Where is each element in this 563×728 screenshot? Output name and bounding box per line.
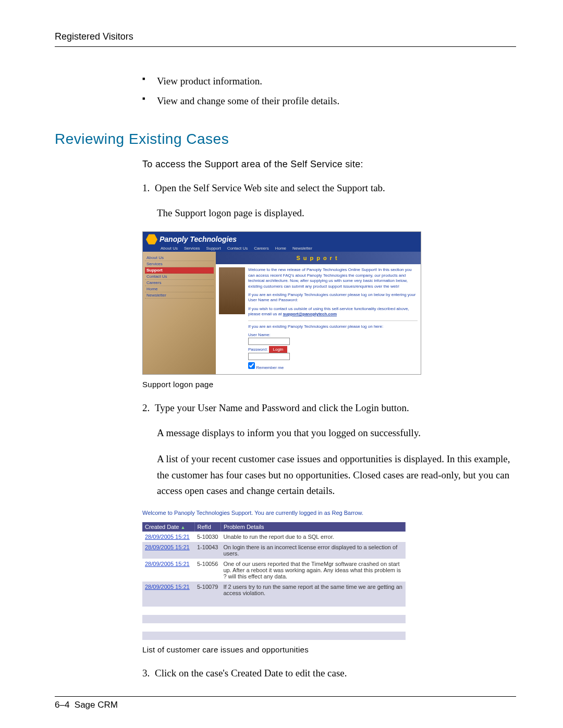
top-nav: About Us Services Support Contact Us Car… — [161, 246, 418, 251]
section-title: Reviewing Existing Cases — [55, 131, 516, 147]
sidebar: About Us Services Support Contact Us Car… — [143, 252, 216, 374]
case-problem: Unable to run the report due to a SQL er… — [221, 532, 405, 542]
step-2-sub1: A message displays to inform you that yo… — [157, 425, 511, 441]
step-2: 2.Type your User Name and Password and c… — [142, 400, 511, 416]
remember-label: Remember me — [256, 365, 284, 370]
col-problem-details[interactable]: Problem Details — [221, 522, 405, 532]
col-created-date[interactable]: Created Date ▲ — [142, 522, 194, 532]
company-name: Panoply Technologies — [160, 235, 237, 243]
nav-item[interactable]: Careers — [254, 246, 268, 251]
sidebar-item[interactable]: Home — [145, 286, 214, 292]
password-label: Password: — [248, 347, 267, 352]
section-content: To access the Support area of the Self S… — [142, 159, 511, 681]
bullet-list: View product information. View and chang… — [142, 73, 511, 110]
caption-1: Support logon page — [142, 380, 511, 389]
step-3: 3.Click on the case's Created Date to ed… — [142, 665, 511, 681]
table-row-empty — [142, 615, 406, 623]
decorative-image — [219, 267, 245, 314]
page-number: 6–4 — [55, 700, 69, 710]
welcome-message: Welcome to Panoply Technologies Support.… — [142, 510, 406, 516]
sidebar-item-support[interactable]: Support — [145, 267, 214, 274]
caption-2: List of customer care issues and opportu… — [142, 645, 511, 654]
step-number: 1. — [142, 180, 155, 196]
support-banner: Support — [216, 252, 421, 264]
sidebar-item[interactable]: About Us — [145, 255, 214, 261]
nav-item[interactable]: Home — [275, 246, 286, 251]
step-text: Type your User Name and Password and cli… — [155, 402, 409, 413]
nav-item[interactable]: Support — [206, 246, 221, 251]
step-1-sub: The Support logon page is displayed. — [157, 205, 511, 221]
password-input[interactable] — [248, 353, 290, 360]
cases-table: Created Date ▲ RefId Problem Details 28/… — [142, 522, 406, 640]
table-row: 28/09/2005 15:21 5-10079 If 2 users try … — [142, 582, 406, 598]
table-header-row: Created Date ▲ RefId Problem Details — [142, 522, 406, 532]
step-text: Open the Self Service Web site and selec… — [155, 182, 385, 193]
table-row-empty — [142, 623, 406, 632]
login-button[interactable]: Login — [269, 346, 288, 353]
login-instruction: If you are an existing Panoply Technolog… — [248, 292, 418, 303]
product-name: Sage CRM — [75, 700, 118, 710]
table-row: 28/09/2005 15:21 5-10030 Unable to run t… — [142, 532, 406, 542]
sidebar-item[interactable]: Newsletter — [145, 292, 214, 299]
step-text: Click on the case's Created Date to edit… — [155, 668, 347, 678]
sidebar-item[interactable]: Services — [145, 261, 214, 267]
intro-text: To access the Support area of the Self S… — [142, 159, 511, 170]
case-refid: 5-10079 — [194, 582, 221, 598]
footer-rule — [55, 696, 516, 697]
nav-item[interactable]: About Us — [161, 246, 178, 251]
case-problem: If 2 users try to run the same report at… — [221, 582, 405, 598]
header-rule — [55, 46, 516, 47]
table-row: 28/09/2005 15:21 1-10043 On login there … — [142, 542, 406, 559]
logo-icon — [146, 234, 157, 244]
login-form: User Name: Password: Login Remember me — [248, 332, 418, 371]
nav-item[interactable]: Services — [184, 246, 200, 251]
main-content: View product information. View and chang… — [142, 73, 511, 110]
case-date-link[interactable]: 28/09/2005 15:21 — [145, 544, 190, 550]
table-row-empty — [142, 632, 406, 640]
case-problem: On login there is an incorrect license e… — [221, 542, 405, 559]
remember-checkbox[interactable] — [248, 362, 255, 369]
sidebar-item[interactable]: Careers — [145, 280, 214, 286]
step-number: 3. — [142, 665, 155, 681]
case-refid: 5-10056 — [194, 559, 221, 582]
bullet-item: View product information. — [142, 73, 511, 90]
case-date-link[interactable]: 28/09/2005 15:21 — [145, 584, 190, 590]
username-input[interactable] — [248, 338, 290, 345]
welcome-paragraph: Welcome to the new release of Panoply Te… — [248, 267, 418, 289]
username-label: User Name: — [248, 332, 271, 337]
page-header: Registered Visitors — [55, 31, 516, 42]
page-footer: 6–4 Sage CRM — [55, 700, 118, 710]
contact-paragraph: If you wish to contact us outside of usi… — [248, 306, 418, 317]
table-row-empty — [142, 607, 406, 615]
shot1-main: Support Welcome to the new release of Pa… — [216, 252, 421, 374]
support-page-screenshot: Panoply Technologies About Us Services S… — [142, 231, 421, 374]
table-row-empty — [142, 598, 406, 607]
step-number: 2. — [142, 400, 155, 416]
case-refid: 5-10030 — [194, 532, 221, 542]
support-text: Welcome to the new release of Panoply Te… — [248, 267, 418, 371]
sort-arrow-icon: ▲ — [181, 525, 186, 530]
table-row: 28/09/2005 15:21 5-10056 One of our user… — [142, 559, 406, 582]
col-refid[interactable]: RefId — [194, 522, 221, 532]
case-date-link[interactable]: 28/09/2005 15:21 — [145, 534, 190, 540]
case-problem: One of our users reported that the TimeM… — [221, 559, 405, 582]
step-2-sub2: A list of your recent customer case issu… — [157, 451, 511, 499]
nav-item[interactable]: Newsletter — [292, 246, 312, 251]
shot1-header: Panoply Technologies About Us Services S… — [143, 232, 421, 252]
cases-table-screenshot: Welcome to Panoply Technologies Support.… — [142, 510, 406, 640]
step-1: 1.Open the Self Service Web site and sel… — [142, 180, 511, 196]
sidebar-item[interactable]: Contact Us — [145, 274, 214, 280]
support-email-link[interactable]: support@panoplytech.com — [283, 312, 337, 316]
case-refid: 1-10043 — [194, 542, 221, 559]
bullet-item: View and change some of their profile de… — [142, 93, 511, 109]
login-here-text: If you are an existing Panoply Technolog… — [248, 324, 418, 329]
case-date-link[interactable]: 28/09/2005 15:21 — [145, 561, 190, 567]
nav-item[interactable]: Contact Us — [227, 246, 248, 251]
